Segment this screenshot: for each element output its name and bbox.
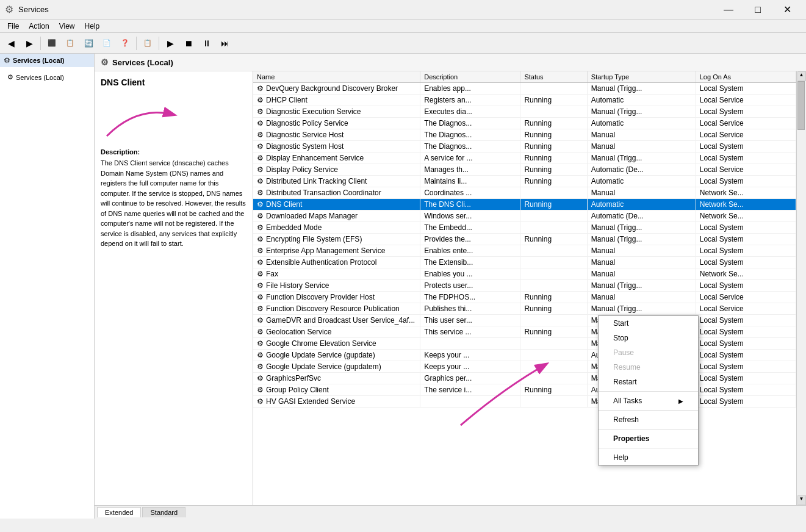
table-row[interactable]: ⚙Display Enhancement Service A service f… — [253, 153, 796, 164]
table-row[interactable]: ⚙Distributed Transaction Coordinator Coo… — [253, 187, 796, 199]
service-status: Running — [520, 326, 587, 338]
table-row[interactable]: ⚙Diagnostic Policy Service The Diagnos..… — [253, 118, 796, 129]
ctx-item-help[interactable]: Help — [599, 450, 698, 465]
ctx-item-restart[interactable]: Restart — [599, 375, 698, 389]
table-row[interactable]: ⚙Extensible Authentication Protocol The … — [253, 257, 796, 268]
tab-extended[interactable]: Extended — [97, 507, 141, 517]
table-container[interactable]: Name Description Status Startup Type Log… — [253, 71, 796, 505]
close-button[interactable]: ✕ — [773, 0, 801, 20]
table-row[interactable]: ⚙Google Chrome Elevation Service Manual … — [253, 338, 796, 350]
service-logon-as: Network Se... — [696, 199, 796, 210]
service-status: Running — [520, 118, 587, 129]
service-gear-icon: ⚙ — [257, 119, 264, 128]
scrollbar-thumb[interactable] — [797, 81, 805, 130]
toolbar-pause[interactable]: ⏸ — [198, 35, 215, 52]
table-row[interactable]: ⚙Enterprise App Management Service Enabl… — [253, 245, 796, 257]
ctx-item-stop[interactable]: Stop — [599, 331, 698, 345]
table-row[interactable]: ⚙Diagnostic Execution Service Executes d… — [253, 106, 796, 118]
table-row[interactable]: ⚙Distributed Link Tracking Client Mainta… — [253, 176, 796, 187]
service-name: ⚙Distributed Link Tracking Client — [253, 176, 420, 187]
minimize-button[interactable]: — — [714, 0, 743, 20]
table-row[interactable]: ⚙GraphicsPerfSvc Graphics per... Manual … — [253, 373, 796, 384]
scroll-up-btn[interactable]: ▲ — [797, 71, 806, 81]
service-description: This service ... — [420, 326, 520, 338]
table-row[interactable]: ⚙Group Policy Client The service i... Ru… — [253, 384, 796, 396]
toolbar-sep3 — [159, 37, 159, 50]
table-row[interactable]: ⚙Encrypting File System (EFS) Provides t… — [253, 234, 796, 245]
toolbar-up[interactable]: ⬛ — [43, 35, 60, 52]
menu-view[interactable]: View — [54, 20, 80, 32]
table-row[interactable]: ⚙Google Update Service (gupdate) Keeps y… — [253, 350, 796, 361]
service-logon-as: Local System — [696, 396, 796, 408]
table-row[interactable]: ⚙Diagnostic Service Host The Diagnos... … — [253, 129, 796, 141]
ctx-item-properties[interactable]: Properties — [599, 431, 698, 446]
ctx-item-start[interactable]: Start — [599, 316, 698, 331]
toolbar-forward[interactable]: ▶ — [21, 35, 38, 52]
service-gear-icon: ⚙ — [257, 84, 264, 93]
table-row[interactable]: ⚙File History Service Protects user... M… — [253, 280, 796, 292]
sidebar-header-label: Services (Local) — [13, 57, 64, 64]
maximize-button[interactable]: □ — [744, 0, 772, 20]
service-description: The FDPHOS... — [420, 292, 520, 303]
col-header-logon[interactable]: Log On As — [696, 71, 796, 83]
col-header-status[interactable]: Status — [520, 71, 587, 83]
service-logon-as: Network Se... — [696, 268, 796, 280]
scrollbar[interactable]: ▲ ▼ — [796, 71, 806, 505]
table-row[interactable]: ⚙Downloaded Maps Manager Windows ser... … — [253, 210, 796, 222]
toolbar-refresh[interactable]: 🔄 — [80, 35, 97, 52]
service-startup-type: Manual (Trigg... — [587, 234, 696, 245]
service-gear-icon: ⚙ — [257, 339, 264, 348]
toolbar-back[interactable]: ◀ — [2, 35, 20, 52]
table-row[interactable]: ⚙DevQuery Background Discovery Broker En… — [253, 83, 796, 95]
table-row[interactable]: ⚙Function Discovery Resource Publication… — [253, 303, 796, 315]
ctx-item-all-tasks[interactable]: All Tasks▶ — [599, 394, 698, 408]
service-status: Running — [520, 384, 587, 396]
table-row[interactable]: ⚙Fax Enables you ... Manual Network Se..… — [253, 268, 796, 280]
service-gear-icon: ⚙ — [257, 235, 264, 243]
toolbar-console[interactable]: 📋 — [62, 35, 79, 52]
service-name: ⚙Encrypting File System (EFS) — [253, 234, 420, 245]
menu-action[interactable]: Action — [24, 20, 54, 32]
table-row[interactable]: ⚙Display Policy Service Manages th... Ru… — [253, 164, 796, 176]
toolbar-restart[interactable]: ⏭ — [217, 35, 234, 52]
service-name: ⚙Diagnostic Policy Service — [253, 118, 420, 129]
menu-file[interactable]: File — [2, 20, 24, 32]
service-name: ⚙Extensible Authentication Protocol — [253, 257, 420, 268]
table-row[interactable]: ⚙DNS Client The DNS Cli... Running Autom… — [253, 199, 796, 210]
toolbar-page[interactable]: 📋 — [139, 35, 156, 52]
table-row[interactable]: ⚙Embedded Mode The Embedd... Manual (Tri… — [253, 222, 796, 234]
service-startup-type: Manual — [587, 268, 696, 280]
toolbar-stop[interactable]: ⏹ — [180, 35, 197, 52]
service-gear-icon: ⚙ — [257, 223, 264, 232]
table-row[interactable]: ⚙Diagnostic System Host The Diagnos... R… — [253, 141, 796, 153]
service-logon-as: Local System — [696, 350, 796, 361]
table-row[interactable]: ⚙DHCP Client Registers an... Running Aut… — [253, 95, 796, 106]
toolbar-export[interactable]: 📄 — [98, 35, 115, 52]
ctx-item-refresh[interactable]: Refresh — [599, 412, 698, 427]
service-name: ⚙DHCP Client — [253, 95, 420, 106]
tab-standard[interactable]: Standard — [142, 507, 185, 517]
menu-help[interactable]: Help — [80, 20, 105, 32]
table-row[interactable]: ⚙Geolocation Service This service ... Ru… — [253, 326, 796, 338]
service-logon-as: Network Se... — [696, 187, 796, 199]
col-header-startup[interactable]: Startup Type — [587, 71, 696, 83]
service-description: Keeps your ... — [420, 361, 520, 373]
sidebar-header[interactable]: ⚙ Services (Local) — [0, 54, 94, 67]
table-row[interactable]: ⚙GameDVR and Broadcast User Service_4af.… — [253, 315, 796, 326]
col-header-name[interactable]: Name — [253, 71, 420, 83]
service-gear-icon: ⚙ — [257, 328, 264, 336]
col-header-description[interactable]: Description — [420, 71, 520, 83]
table-row[interactable]: ⚙Function Discovery Provider Host The FD… — [253, 292, 796, 303]
table-row[interactable]: ⚙Google Update Service (gupdatem) Keeps … — [253, 361, 796, 373]
toolbar-play[interactable]: ▶ — [162, 35, 179, 52]
sidebar-services-label: Services (Local) — [16, 74, 64, 81]
service-gear-icon: ⚙ — [257, 246, 264, 255]
toolbar-help[interactable]: ❓ — [117, 35, 134, 52]
scroll-down-btn[interactable]: ▼ — [797, 495, 806, 505]
service-logon-as: Local Service — [696, 129, 796, 141]
table-row[interactable]: ⚙HV GASI Extended Service Manual Local S… — [253, 396, 796, 408]
service-logon-as: Local Service — [696, 303, 796, 315]
sidebar-item-services-local[interactable]: ⚙ Services (Local) — [5, 72, 89, 82]
service-description: Publishes thi... — [420, 303, 520, 315]
service-startup-type: Automatic — [587, 95, 696, 106]
